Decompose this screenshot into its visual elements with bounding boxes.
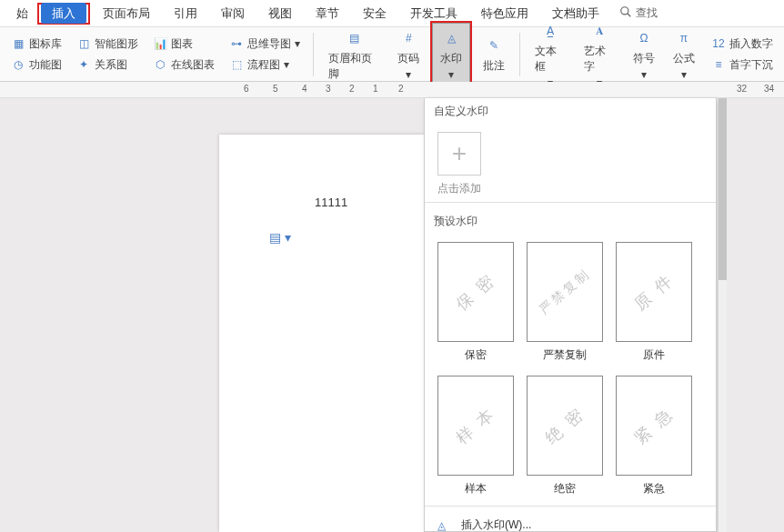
ribbon-function-chart[interactable]: ◷功能图 xyxy=(5,55,67,75)
grid-icon: ▦ xyxy=(11,36,25,51)
ribbon: ▦图标库 ◷功能图 ◫智能图形 ✦关系图 📊图表 ⬡在线图表 ⊶思维导图 ▾ ⬚… xyxy=(0,27,784,82)
dropdown-scrollbar[interactable] xyxy=(719,98,727,532)
thumb: 样 本 xyxy=(437,376,514,476)
preset-confidential[interactable]: 保 密保密 xyxy=(437,242,514,363)
menu-start[interactable]: 始 xyxy=(5,2,39,25)
insert-watermark-menu[interactable]: ◬插入水印(W)... xyxy=(425,512,716,532)
search-label: 查找 xyxy=(636,5,658,21)
ribbon-formula[interactable]: π公式 ▾ xyxy=(666,24,702,85)
ruler: 6 5 4 3 2 1 2 32 34 xyxy=(0,82,784,98)
document-canvas: 11111 ▤ ▾ 自定义水印 + 点击添加 预设水印 保 密保密 严禁复制严禁… xyxy=(0,98,784,532)
add-custom-watermark[interactable]: + 点击添加 xyxy=(437,132,716,196)
preset-sample[interactable]: 样 本样本 xyxy=(437,376,514,497)
annotation-icon: ✎ xyxy=(483,35,505,56)
ribbon-group-3: 📊图表 ⬡在线图表 xyxy=(147,35,220,75)
menu-page-layout[interactable]: 页面布局 xyxy=(92,2,161,25)
preset-original[interactable]: 原 件原件 xyxy=(616,242,692,363)
ribbon-textbox[interactable]: A̲文本框 ▾ xyxy=(528,16,573,93)
function-icon: ◷ xyxy=(11,57,25,72)
ribbon-smartart[interactable]: ◫智能图形 xyxy=(71,35,144,54)
ribbon-insert-number[interactable]: 12插入数字 xyxy=(706,35,779,54)
watermark-icon: ◬ xyxy=(440,27,462,49)
thumb: 原 件 xyxy=(616,242,692,342)
divider xyxy=(425,202,716,203)
mindmap-icon: ⊶ xyxy=(229,36,244,51)
online-chart-icon: ⬡ xyxy=(153,57,167,72)
menu-search[interactable]: 查找 xyxy=(619,5,658,21)
svg-line-1 xyxy=(628,14,631,17)
thumb: 紧 急 xyxy=(616,376,692,476)
ribbon-flowchart[interactable]: ⬚流程图 ▾ xyxy=(224,55,306,75)
scrollbar-thumb[interactable] xyxy=(719,98,727,280)
thumb: 绝 密 xyxy=(527,376,603,476)
number-icon: 12 xyxy=(711,36,726,51)
preset-grid: 保 密保密 严禁复制严禁复制 原 件原件 样 本样本 绝 密绝密 紧 急紧急 xyxy=(425,233,716,506)
paragraph-marker-icon[interactable]: ▤ ▾ xyxy=(269,230,291,245)
watermark-insert-icon: ◬ xyxy=(437,519,452,532)
wordart-icon: 𝐀 xyxy=(588,20,610,42)
ribbon-group-1: ▦图标库 ◷功能图 xyxy=(5,35,67,75)
textbox-icon: A̲ xyxy=(539,20,561,42)
preset-urgent[interactable]: 紧 急紧急 xyxy=(616,376,692,497)
ribbon-group-4: ⊶思维导图 ▾ ⬚流程图 ▾ xyxy=(224,35,306,75)
dropcap-icon: ≡ xyxy=(711,57,726,72)
ribbon-online-chart[interactable]: ⬡在线图表 xyxy=(147,55,220,75)
preset-watermark-title: 预设水印 xyxy=(425,208,716,233)
menu-reference[interactable]: 引用 xyxy=(163,2,208,25)
svg-point-0 xyxy=(621,7,628,15)
menu-review[interactable]: 审阅 xyxy=(210,2,256,25)
page-number-icon: # xyxy=(397,27,419,49)
separator xyxy=(519,33,520,76)
flowchart-icon: ⬚ xyxy=(229,57,244,72)
ribbon-chart[interactable]: 📊图表 xyxy=(147,35,220,54)
ribbon-watermark[interactable]: ◬水印 ▾ xyxy=(432,23,470,85)
watermark-menu: ◬插入水印(W)... ⌫删除文档中的水印(R) xyxy=(425,506,716,532)
menu-insert[interactable]: 插入 xyxy=(41,3,86,24)
add-label: 点击添加 xyxy=(437,181,716,196)
ribbon-annotation[interactable]: ✎批注 xyxy=(476,31,512,77)
menu-insert-highlight: 插入 xyxy=(37,3,90,25)
ribbon-dropcap[interactable]: ≡首字下沉 xyxy=(706,55,779,75)
custom-watermark-title: 自定义水印 xyxy=(425,98,716,123)
ribbon-group-2: ◫智能图形 ✦关系图 xyxy=(71,35,144,75)
preset-nocopy[interactable]: 严禁复制严禁复制 xyxy=(527,242,603,363)
formula-icon: π xyxy=(673,27,695,49)
watermark-highlight: ◬水印 ▾ xyxy=(430,21,472,87)
ribbon-wordart[interactable]: 𝐀艺术字 ▾ xyxy=(577,16,622,93)
header-footer-icon: ▤ xyxy=(343,27,365,49)
ribbon-header-footer[interactable]: ▤页眉和页脚 xyxy=(321,24,387,85)
smartart-icon: ◫ xyxy=(76,36,91,51)
watermark-dropdown: 自定义水印 + 点击添加 预设水印 保 密保密 严禁复制严禁复制 原 件原件 样… xyxy=(424,98,717,532)
separator xyxy=(313,33,314,76)
menu-security[interactable]: 安全 xyxy=(352,2,397,25)
ribbon-page-number[interactable]: #页码 ▾ xyxy=(390,24,427,85)
document-page[interactable]: 11111 ▤ ▾ xyxy=(219,135,424,532)
page-text: 11111 xyxy=(315,196,347,209)
ribbon-relation[interactable]: ✦关系图 xyxy=(71,55,144,75)
ribbon-mindmap[interactable]: ⊶思维导图 ▾ xyxy=(224,35,306,54)
ribbon-symbol[interactable]: Ω符号 ▾ xyxy=(626,24,662,85)
thumb: 严禁复制 xyxy=(527,242,603,342)
thumb: 保 密 xyxy=(437,242,514,342)
ribbon-group-misc: 12插入数字 ≡首字下沉 xyxy=(706,35,779,75)
add-icon: + xyxy=(437,132,481,176)
chart-icon: 📊 xyxy=(153,36,167,51)
symbol-icon: Ω xyxy=(633,27,655,49)
menu-view[interactable]: 视图 xyxy=(257,2,303,25)
relation-icon: ✦ xyxy=(76,57,91,72)
menu-chapter[interactable]: 章节 xyxy=(305,2,350,25)
preset-topsecret[interactable]: 绝 密绝密 xyxy=(527,376,603,497)
ribbon-icon-library[interactable]: ▦图标库 xyxy=(5,35,67,54)
